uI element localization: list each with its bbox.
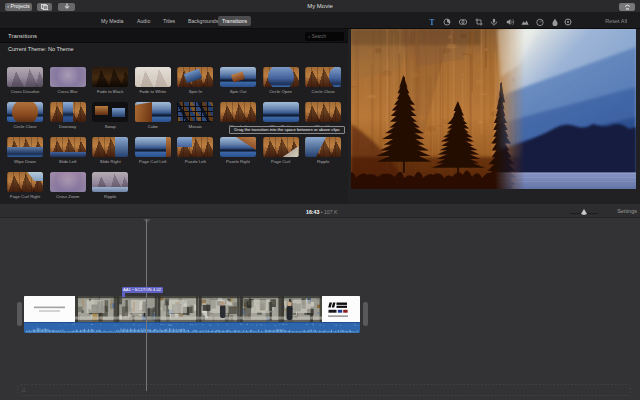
svg-text:T: T bbox=[430, 18, 435, 25]
